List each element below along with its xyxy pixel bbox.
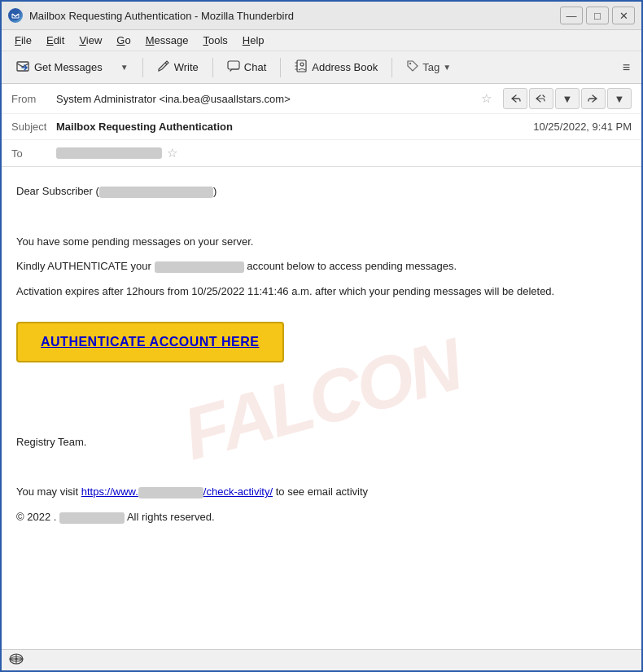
- reply-button[interactable]: [503, 88, 527, 109]
- account-blurred: [155, 261, 244, 273]
- more-actions-button[interactable]: ▼: [555, 88, 580, 109]
- spacer-paragraph-3: [16, 459, 627, 476]
- menu-go[interactable]: Go: [110, 33, 137, 48]
- footer-paragraph: You may visit https://www. /check-activi…: [16, 484, 627, 501]
- status-bar: [2, 649, 641, 670]
- tag-button[interactable]: Tag ▼: [399, 55, 458, 79]
- write-button[interactable]: Write: [150, 55, 206, 79]
- authenticate-button[interactable]: AUTHENTICATE ACCOUNT HERE: [16, 322, 284, 362]
- get-messages-label: Get Messages: [34, 61, 103, 73]
- copyright-paragraph: © 2022 . All rights reserved.: [16, 509, 627, 526]
- menu-edit[interactable]: Edit: [40, 33, 71, 48]
- company-blurred: [59, 512, 125, 524]
- title-bar: Mailbox Requesting Authentication - Mozi…: [2, 2, 641, 30]
- menu-bar: File Edit View Go Message Tools Help: [2, 30, 641, 51]
- spacer-paragraph: [16, 384, 627, 401]
- body-p2-end: account below to access pending messages…: [247, 260, 457, 272]
- rights-text: All rights reserved.: [127, 511, 215, 523]
- forward-dropdown-icon: ▼: [615, 93, 625, 105]
- body-p2-start: Kindly AUTHENTICATE your: [16, 260, 151, 272]
- connection-status-icon: [8, 652, 24, 668]
- email-body: FALCON Dear Subscriber ( ) You have some…: [2, 167, 641, 649]
- footer-start-text: You may visit: [16, 485, 78, 498]
- greeting-text: Dear Subscriber (: [16, 185, 99, 197]
- subscriber-name-blurred: [99, 187, 213, 198]
- address-book-button[interactable]: Address Book: [287, 55, 385, 79]
- address-book-label: Address Book: [312, 61, 378, 73]
- to-star-icon[interactable]: ☆: [167, 146, 177, 160]
- email-content: Dear Subscriber ( ) You have some pendin…: [16, 183, 627, 526]
- svg-point-5: [409, 63, 411, 64]
- subject-label: Subject: [11, 121, 56, 133]
- cta-paragraph: AUTHENTICATE ACCOUNT HERE: [16, 309, 627, 376]
- body-paragraph-1: [16, 209, 627, 226]
- footer-link-end: /check-activity/: [203, 485, 273, 498]
- tag-dropdown-icon: ▼: [443, 63, 451, 72]
- minimize-button[interactable]: —: [560, 7, 583, 24]
- chevron-down-icon: ▼: [562, 93, 573, 105]
- tag-label: Tag: [422, 61, 440, 73]
- spacer-paragraph-2: [16, 409, 627, 426]
- chat-button[interactable]: Chat: [220, 55, 273, 79]
- to-label: To: [11, 147, 56, 160]
- reply-buttons: ▼ ▼: [503, 88, 632, 109]
- body-paragraph-3: Kindly AUTHENTICATE your account below t…: [16, 258, 627, 275]
- subject-row: Subject Mailbox Requesting Authenticatio…: [2, 114, 641, 140]
- sign-text: Registry Team.: [16, 436, 86, 448]
- forward-options-button[interactable]: ▼: [607, 88, 632, 109]
- chat-icon: [227, 59, 240, 75]
- toolbar: Get Messages ▼ Write Chat: [2, 51, 641, 84]
- body-paragraph-4: Activation expires after 12hours from 10…: [16, 283, 627, 301]
- write-icon: [157, 59, 170, 75]
- menu-help[interactable]: Help: [236, 33, 271, 48]
- reply-all-button[interactable]: [529, 88, 553, 109]
- body-paragraph-2: You have some pending messages on your s…: [16, 234, 627, 251]
- menu-file[interactable]: File: [8, 33, 38, 48]
- greeting-end: ): [213, 185, 217, 197]
- svg-point-9: [15, 658, 18, 661]
- forward-button[interactable]: [581, 88, 606, 109]
- chat-label: Chat: [244, 61, 266, 73]
- hamburger-menu-icon[interactable]: ≡: [618, 57, 635, 78]
- close-button[interactable]: ✕: [612, 7, 635, 24]
- get-messages-icon: [15, 59, 30, 76]
- email-date: 10/25/2022, 9:41 PM: [533, 121, 632, 133]
- domain-blurred: [138, 487, 203, 499]
- main-window: Mailbox Requesting Authentication - Mozi…: [0, 0, 643, 672]
- copyright-text: © 2022 .: [16, 511, 56, 523]
- email-header: From System Administrator <ina.bea@usaal…: [2, 84, 641, 167]
- menu-tools[interactable]: Tools: [196, 33, 234, 48]
- sign-paragraph: Registry Team.: [16, 434, 627, 451]
- toolbar-separator-3: [280, 58, 281, 77]
- toolbar-separator-4: [391, 58, 392, 77]
- from-value: System Administrator <ina.bea@usaallstar…: [56, 93, 476, 105]
- body-p3-text: Activation expires after 12hours from 10…: [16, 285, 554, 297]
- get-messages-button[interactable]: Get Messages: [8, 55, 110, 80]
- write-label: Write: [174, 61, 199, 73]
- star-icon[interactable]: ☆: [481, 91, 492, 106]
- from-label: From: [11, 93, 56, 105]
- footer-link-start: https://www.: [81, 485, 138, 498]
- footer-end-text: to see email activity: [276, 485, 368, 498]
- app-icon: [8, 8, 23, 23]
- to-value-blurred: [56, 147, 162, 159]
- footer-link[interactable]: https://www. /check-activity/: [81, 485, 273, 498]
- to-row: To ☆: [2, 140, 641, 166]
- menu-view[interactable]: View: [72, 33, 108, 48]
- svg-rect-2: [228, 61, 239, 69]
- subject-value: Mailbox Requesting Authentication: [56, 121, 533, 133]
- maximize-button[interactable]: □: [586, 7, 609, 24]
- greeting-paragraph: Dear Subscriber ( ): [16, 183, 627, 200]
- dropdown-arrow-icon: ▼: [120, 63, 129, 72]
- tag-icon: [406, 59, 419, 75]
- window-controls: — □ ✕: [560, 7, 635, 24]
- toolbar-separator-1: [142, 58, 143, 77]
- from-row: From System Administrator <ina.bea@usaal…: [2, 84, 641, 114]
- svg-point-4: [300, 63, 304, 66]
- body-p1-text: You have some pending messages on your s…: [16, 235, 253, 248]
- menu-message[interactable]: Message: [139, 33, 195, 48]
- toolbar-separator-2: [212, 58, 213, 77]
- window-title: Mailbox Requesting Authentication - Mozi…: [29, 10, 553, 22]
- dropdown-arrow-button[interactable]: ▼: [113, 59, 136, 76]
- address-book-icon: [295, 59, 308, 75]
